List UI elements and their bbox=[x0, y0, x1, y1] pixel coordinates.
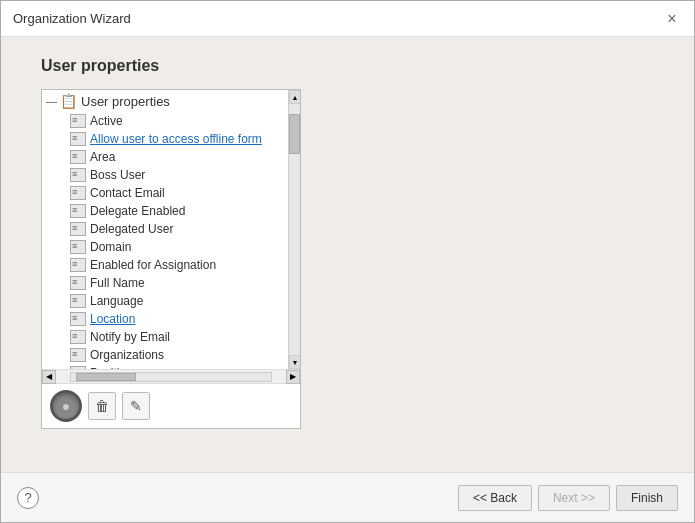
dialog-title: Organization Wizard bbox=[13, 11, 131, 26]
tree-container: — 📋 User properties ActiveAllow user to … bbox=[41, 89, 301, 429]
item-icon bbox=[70, 276, 86, 290]
edit-icon: ✎ bbox=[130, 398, 142, 414]
list-item[interactable]: Notify by Email bbox=[42, 328, 300, 346]
navigation-buttons: << Back Next >> Finish bbox=[458, 485, 678, 511]
list-item[interactable]: Area bbox=[42, 148, 300, 166]
title-bar: Organization Wizard × bbox=[1, 1, 694, 37]
list-item[interactable]: Language bbox=[42, 292, 300, 310]
list-item[interactable]: Boss User bbox=[42, 166, 300, 184]
close-button[interactable]: × bbox=[662, 9, 682, 29]
item-icon bbox=[70, 330, 86, 344]
item-label: Location bbox=[90, 312, 135, 326]
tree-toolbar: ● 🗑 ✎ bbox=[42, 383, 300, 428]
h-scroll-thumb[interactable] bbox=[76, 373, 136, 381]
collapse-icon[interactable]: — bbox=[46, 95, 57, 107]
tree-root-label: User properties bbox=[81, 94, 170, 109]
help-icon: ? bbox=[24, 490, 31, 505]
finish-button[interactable]: Finish bbox=[616, 485, 678, 511]
content-area: User properties — 📋 User properties Acti… bbox=[1, 37, 694, 472]
item-icon bbox=[70, 114, 86, 128]
list-item[interactable]: Domain bbox=[42, 238, 300, 256]
list-item[interactable]: Allow user to access offline form bbox=[42, 130, 300, 148]
view-icon: ● bbox=[62, 398, 70, 414]
list-item[interactable]: Delegate Enabled bbox=[42, 202, 300, 220]
list-item[interactable]: Enabled for Assignation bbox=[42, 256, 300, 274]
item-icon bbox=[70, 168, 86, 182]
scroll-thumb[interactable] bbox=[289, 114, 300, 154]
delete-icon: 🗑 bbox=[95, 398, 109, 414]
tree-inner[interactable]: — 📋 User properties ActiveAllow user to … bbox=[42, 90, 300, 369]
item-label: Delegated User bbox=[90, 222, 173, 236]
item-label: Domain bbox=[90, 240, 131, 254]
list-item[interactable]: Active bbox=[42, 112, 300, 130]
item-label: Allow user to access offline form bbox=[90, 132, 262, 146]
list-item[interactable]: Location bbox=[42, 310, 300, 328]
item-icon bbox=[70, 222, 86, 236]
tree-root-node[interactable]: — 📋 User properties bbox=[42, 90, 300, 112]
list-item[interactable]: Contact Email bbox=[42, 184, 300, 202]
section-title: User properties bbox=[41, 57, 159, 75]
item-label: Notify by Email bbox=[90, 330, 170, 344]
folder-icon: 📋 bbox=[60, 93, 77, 109]
scroll-up-button[interactable]: ▲ bbox=[289, 90, 300, 104]
vertical-scrollbar: ▲ ▼ bbox=[288, 90, 300, 369]
item-label: Enabled for Assignation bbox=[90, 258, 216, 272]
tree-scroll-area: — 📋 User properties ActiveAllow user to … bbox=[42, 90, 300, 369]
scroll-track bbox=[289, 104, 300, 355]
list-item[interactable]: Delegated User bbox=[42, 220, 300, 238]
view-button[interactable]: ● bbox=[50, 390, 82, 422]
item-label: Organizations bbox=[90, 348, 164, 362]
item-label: Active bbox=[90, 114, 123, 128]
item-icon bbox=[70, 150, 86, 164]
organization-wizard-dialog: Organization Wizard × User properties — … bbox=[0, 0, 695, 523]
item-icon bbox=[70, 348, 86, 362]
scroll-down-button[interactable]: ▼ bbox=[289, 355, 300, 369]
item-label: Area bbox=[90, 150, 115, 164]
tree-items-container: ActiveAllow user to access offline formA… bbox=[42, 112, 300, 369]
item-label: Full Name bbox=[90, 276, 145, 290]
item-label: Contact Email bbox=[90, 186, 165, 200]
item-icon bbox=[70, 132, 86, 146]
item-label: Delegate Enabled bbox=[90, 204, 185, 218]
next-button[interactable]: Next >> bbox=[538, 485, 610, 511]
h-scroll-track bbox=[70, 372, 272, 382]
item-icon bbox=[70, 186, 86, 200]
item-icon bbox=[70, 204, 86, 218]
scroll-right-button[interactable]: ▶ bbox=[286, 370, 300, 384]
bottom-bar: ? << Back Next >> Finish bbox=[1, 472, 694, 522]
scroll-left-button[interactable]: ◀ bbox=[42, 370, 56, 384]
edit-button[interactable]: ✎ bbox=[122, 392, 150, 420]
item-icon bbox=[70, 240, 86, 254]
list-item[interactable]: Organizations bbox=[42, 346, 300, 364]
item-icon bbox=[70, 294, 86, 308]
back-button[interactable]: << Back bbox=[458, 485, 532, 511]
horizontal-scrollbar: ◀ ▶ bbox=[42, 369, 300, 383]
list-item[interactable]: Full Name bbox=[42, 274, 300, 292]
item-label: Language bbox=[90, 294, 143, 308]
help-button[interactable]: ? bbox=[17, 487, 39, 509]
item-label: Boss User bbox=[90, 168, 145, 182]
item-icon bbox=[70, 258, 86, 272]
delete-button[interactable]: 🗑 bbox=[88, 392, 116, 420]
item-icon bbox=[70, 312, 86, 326]
